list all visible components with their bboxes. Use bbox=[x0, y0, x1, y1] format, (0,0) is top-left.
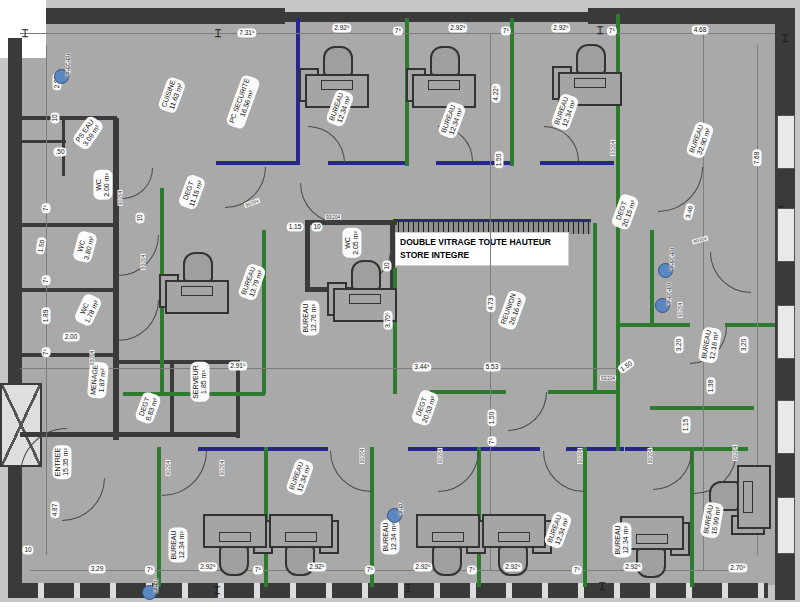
column-symbol: ⌶ bbox=[599, 580, 606, 593]
wall-segment bbox=[157, 447, 161, 587]
room-label: SERVEUR1.85 m² bbox=[190, 362, 209, 402]
door-size-tag: 93/204 bbox=[90, 350, 95, 366]
door-size-tag: 93/204 bbox=[141, 254, 146, 270]
dimension-label: 7.31⁵ bbox=[237, 28, 256, 37]
dimension-label: 7⁵ bbox=[467, 565, 477, 574]
monitor-icon bbox=[349, 294, 381, 304]
exterior-wall-left-lower bbox=[8, 463, 22, 585]
window-gap bbox=[777, 305, 795, 359]
dimension-label: .50 bbox=[53, 147, 66, 156]
dimension-label: 10 bbox=[311, 222, 322, 231]
door-size-tag: 90/204 bbox=[733, 445, 738, 461]
wall-segment bbox=[262, 230, 266, 394]
wall-segment bbox=[8, 38, 22, 58]
dimension-label: 7⁵ bbox=[41, 275, 50, 285]
dimension-label: 7⁵ bbox=[607, 26, 617, 35]
room-name: SERVEUR bbox=[192, 365, 200, 399]
wall-segment bbox=[117, 360, 239, 364]
dimension-label: 4.68 bbox=[692, 25, 709, 34]
room-area: 12.76 m² bbox=[310, 303, 318, 332]
room-label: WC2.05 m² bbox=[342, 228, 361, 258]
dimension-label: 2.92⁵ bbox=[307, 562, 326, 571]
desk-icon bbox=[269, 514, 333, 548]
room-name: ENTREE bbox=[54, 448, 62, 476]
wall-segment bbox=[725, 323, 775, 327]
door-size-tag: 90/204 bbox=[166, 460, 171, 476]
door-size-tag: 90/204 bbox=[678, 302, 683, 318]
monitor-icon bbox=[428, 80, 460, 90]
dimension-label: 5.53 bbox=[484, 362, 501, 371]
door-size-tag: 90/204 bbox=[325, 215, 341, 220]
wall-segment bbox=[20, 288, 117, 292]
room-label: MENAGE1.87 m² bbox=[87, 361, 109, 399]
chair-icon bbox=[576, 44, 606, 74]
wall-segment bbox=[625, 447, 650, 451]
dimension-label: 1.15 bbox=[287, 222, 304, 231]
dimension-label: 4.22⁵ bbox=[491, 83, 500, 102]
room-name: BUREAU bbox=[302, 303, 310, 332]
dimension-label: 1.15 bbox=[681, 417, 690, 434]
exterior-wall-bottom bbox=[8, 583, 768, 598]
window-gap bbox=[777, 208, 795, 262]
dimension-label: 2.92⁵ bbox=[448, 23, 467, 32]
monitor-icon bbox=[574, 78, 606, 88]
dimension-label: 4.73 bbox=[486, 296, 495, 313]
dimension-label: 7⁵ bbox=[253, 565, 263, 574]
column-symbol: ⌶ bbox=[782, 32, 789, 45]
wall-segment bbox=[113, 118, 119, 440]
wall-segment bbox=[20, 223, 117, 227]
room-label: ENTREE15.35 m² bbox=[52, 445, 71, 479]
dimension-label: 7⁵ bbox=[41, 203, 50, 213]
dimension-label: 2.92⁵ bbox=[332, 23, 351, 32]
dimension-label: 3.20 bbox=[739, 337, 748, 354]
room-label: BUREAU12.34 m² bbox=[380, 519, 399, 554]
dimension-label: 2.00 bbox=[63, 332, 80, 341]
door-size-tag: 90/204 bbox=[360, 448, 365, 464]
monitor-icon bbox=[498, 532, 530, 542]
door-size-tag: 90/204 bbox=[648, 448, 653, 464]
monitor-icon bbox=[636, 534, 668, 544]
desk-icon bbox=[203, 514, 267, 548]
column-symbol: ⌶ bbox=[22, 27, 29, 40]
room-name: BUREAU bbox=[170, 530, 178, 559]
door-size-tag: 93/204 bbox=[611, 140, 616, 156]
plumbing-label: EP+EU bbox=[154, 579, 159, 594]
door-size-tag: 90/204 bbox=[438, 448, 443, 464]
dimension-label: 3.70⁵ bbox=[383, 310, 392, 329]
dimension-label: 1.50 bbox=[487, 410, 496, 427]
dimension-label: 3.20 bbox=[674, 337, 683, 354]
glazing-note-line1: DOUBLE VITRAGE TOUTE HAUTEUR bbox=[400, 236, 564, 249]
room-area: 12.34 m² bbox=[178, 530, 186, 559]
dimension-label: 7⁵ bbox=[41, 347, 50, 357]
desk-icon bbox=[482, 514, 546, 548]
room-area: 12.34 m² bbox=[390, 522, 398, 551]
wall-segment bbox=[548, 390, 618, 394]
chair-icon bbox=[430, 46, 460, 76]
window-gap bbox=[777, 115, 795, 169]
door-size-tag: 90/204 bbox=[578, 448, 583, 464]
dimension-label: 2.92⁵ bbox=[198, 562, 217, 571]
exterior-wall-top-left-thick bbox=[8, 8, 285, 24]
room-area: 2.05 m² bbox=[352, 231, 360, 255]
desk-icon bbox=[416, 514, 480, 548]
chair-icon bbox=[219, 546, 249, 576]
dimension-label: 7.68 bbox=[752, 150, 761, 167]
dimension-label: 10 bbox=[135, 212, 144, 223]
wall-segment bbox=[650, 406, 754, 410]
room-name: WC bbox=[344, 231, 352, 255]
room-label: BUREAU12.34 m² bbox=[612, 522, 631, 557]
dimension-label: 10 bbox=[50, 112, 59, 123]
room-name: BUREAU bbox=[382, 522, 390, 551]
wall-segment bbox=[20, 368, 620, 369]
wall-segment bbox=[22, 140, 66, 143]
column-symbol: ⌶ bbox=[597, 24, 604, 37]
monitor-icon bbox=[181, 286, 213, 296]
wall-segment bbox=[616, 323, 690, 327]
door-size-tag: 90/204 bbox=[220, 460, 225, 476]
dimension-label: 4.87 bbox=[50, 502, 59, 519]
monitor-icon bbox=[285, 532, 317, 542]
room-area: 12.34 m² bbox=[622, 525, 630, 554]
wall-segment bbox=[46, 45, 47, 555]
monitor-icon bbox=[219, 532, 251, 542]
wall-segment bbox=[20, 116, 117, 120]
